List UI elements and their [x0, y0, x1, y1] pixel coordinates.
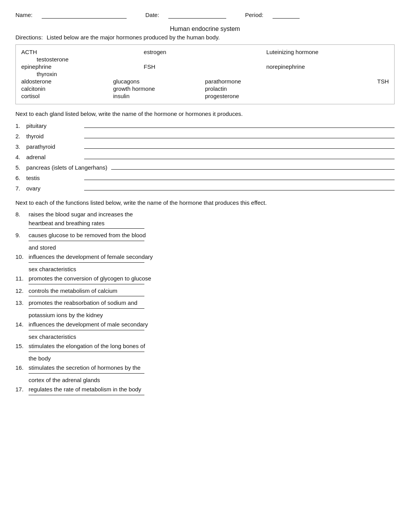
date-field[interactable]	[168, 12, 226, 19]
word-glucagons: glucagons	[113, 78, 205, 85]
func-num: 10.	[15, 253, 29, 262]
func-item-8: 8. raises the blood sugar and increases …	[15, 210, 395, 229]
continuation-text: sex characteristics	[29, 333, 395, 342]
section1-instruction: Next to each gland listed below, write t…	[15, 110, 395, 119]
directions-label: Directions:	[15, 34, 43, 41]
continuation-text: and stored	[29, 243, 395, 252]
func-text: stimulates the secretion of hormones by …	[29, 364, 195, 372]
item-num: 3.	[15, 143, 26, 150]
date-label: Date:	[146, 12, 159, 19]
func-num: 11.	[15, 274, 29, 283]
gland-label: pituitary	[26, 122, 84, 129]
page-title: Human endocrine system	[170, 25, 240, 32]
func-text: causes glucose to be removed from the bl…	[29, 231, 195, 240]
list-item: 3. parathyroid	[15, 142, 395, 150]
func-text: stimulates the elongation of the long bo…	[29, 342, 195, 351]
gland-label: pancreas (islets of Langerhans)	[26, 164, 111, 171]
answer-line[interactable]	[29, 296, 144, 296]
functions-section: 8. raises the blood sugar and increases …	[15, 210, 395, 395]
word-epinephrine: epinephrine	[21, 63, 144, 70]
name-label: Name:	[15, 12, 32, 19]
answer-line[interactable]	[29, 228, 144, 229]
word-acth: ACTH	[21, 49, 144, 55]
func-item-9: 9. causes glucose to be removed from the…	[15, 231, 395, 252]
func-item-13: 13. promotes the reabsorbation of sodium…	[15, 299, 395, 320]
word-fsh: FSH	[144, 63, 266, 70]
func-item-11: 11. promotes the conversion of glycogen …	[15, 274, 395, 284]
word-progesterone: progesterone	[205, 93, 297, 99]
func-item-15: 15. stimulates the elongation of the lon…	[15, 342, 395, 363]
func-text: raises the blood sugar and increases the…	[29, 210, 195, 228]
answer-line[interactable]	[84, 131, 395, 138]
func-text: influences the development of male secon…	[29, 320, 195, 329]
answer-line[interactable]	[84, 173, 395, 180]
list-item: 5. pancreas (islets of Langerhans)	[15, 163, 395, 171]
func-text: controls the metabolism of calcium	[29, 287, 195, 296]
func-num: 12.	[15, 287, 29, 296]
word-testosterone: testosterone	[21, 56, 154, 63]
gland-label: ovary	[26, 185, 84, 192]
func-num: 8.	[15, 210, 29, 219]
answer-line[interactable]	[111, 163, 395, 170]
func-item-17: 17. regulates the rate of metabolism in …	[15, 385, 395, 395]
continuation-text: potassium ions by the kidney	[29, 311, 395, 320]
gland-label: adrenal	[26, 154, 84, 160]
section2-instruction: Next to each of the functions listed bel…	[15, 199, 395, 207]
answer-line[interactable]	[84, 184, 395, 190]
word-aldosterone: aldosterone	[21, 78, 113, 85]
func-text: regulates the rate of metabolism in the …	[29, 385, 195, 394]
func-num: 17.	[15, 385, 29, 394]
word-bank: ACTH estrogen Luteinizing hormone testos…	[15, 44, 395, 104]
answer-line[interactable]	[84, 121, 395, 128]
answer-line[interactable]	[29, 262, 144, 263]
item-num: 1.	[15, 122, 26, 129]
glands-list: 1. pituitary 2. thyroid 3. parathyroid 4…	[15, 121, 395, 192]
answer-line[interactable]	[29, 284, 144, 284]
word-norepinephrine: norepinephrine	[266, 63, 389, 70]
answer-line[interactable]	[29, 330, 144, 330]
name-field[interactable]	[42, 12, 127, 19]
answer-line[interactable]	[29, 352, 144, 352]
gland-label: thyroid	[26, 133, 84, 139]
word-calcitonin: calcitonin	[21, 85, 113, 92]
answer-line[interactable]	[84, 142, 395, 149]
title-section: Human endocrine system	[15, 25, 395, 32]
word-estrogen: estrogen	[144, 49, 266, 55]
item-num: 7.	[15, 185, 26, 192]
func-num: 14.	[15, 320, 29, 329]
list-item: 6. testis	[15, 173, 395, 181]
answer-line[interactable]	[29, 395, 144, 395]
answer-line[interactable]	[84, 152, 395, 159]
func-text: influences the development of female sec…	[29, 253, 195, 262]
item-num: 5.	[15, 164, 26, 171]
answer-line[interactable]	[29, 308, 144, 309]
func-item-16: 16. stimulates the secretion of hormones…	[15, 364, 395, 384]
word-prolactin: prolactin	[205, 85, 297, 92]
func-num: 13.	[15, 299, 29, 308]
func-text: promotes the conversion of glycogen to g…	[29, 274, 195, 283]
period-label: Period:	[245, 12, 264, 19]
list-item: 7. ovary	[15, 184, 395, 192]
answer-line[interactable]	[29, 373, 144, 374]
continuation-text: cortex of the adrenal glands	[29, 376, 395, 385]
period-field[interactable]	[273, 12, 300, 19]
word-growth-hormone: growth hormone	[113, 85, 205, 92]
word-tsh: TSH	[297, 78, 389, 85]
func-num: 9.	[15, 231, 29, 240]
func-num: 15.	[15, 342, 29, 351]
item-num: 4.	[15, 154, 26, 160]
func-num: 16.	[15, 364, 29, 372]
directions-text: Listed below are the major hormones prod…	[47, 34, 220, 41]
func-item-14: 14. influences the development of male s…	[15, 320, 395, 341]
list-item: 4. adrenal	[15, 152, 395, 160]
word-parathormone: parathormone	[205, 78, 297, 85]
gland-label: parathyroid	[26, 143, 84, 150]
item-num: 6.	[15, 175, 26, 181]
word-thyroxin: thyroxin	[21, 71, 154, 77]
word-cortisol: cortisol	[21, 93, 113, 99]
directions-line: Directions: Listed below are the major h…	[15, 34, 395, 41]
list-item: 1. pituitary	[15, 121, 395, 129]
answer-line[interactable]	[29, 241, 144, 241]
func-item-10: 10. influences the development of female…	[15, 253, 395, 274]
item-num: 2.	[15, 133, 26, 139]
